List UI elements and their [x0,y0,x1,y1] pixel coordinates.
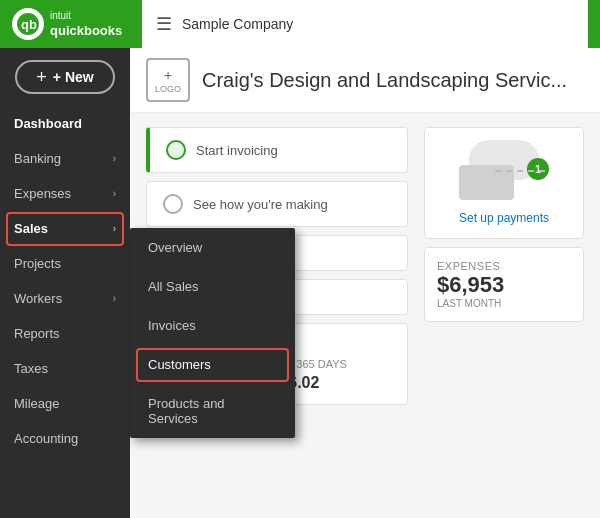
chevron-right-icon: › [113,153,116,164]
company-name-header: Sample Company [182,16,293,32]
company-logo-box[interactable]: + LOGO [146,58,190,102]
setup-step-making[interactable]: See how you're making [146,181,408,227]
logo-plus-icon: + [164,67,172,83]
qb-logo-text: intuit quickbooks [50,10,122,39]
sidebar-item-label: Mileage [14,396,60,411]
svg-text:qb: qb [21,17,37,32]
sidebar-item-label: Sales [14,221,48,236]
qb-logo-icon: qb [12,8,44,40]
chevron-right-icon: › [113,293,116,304]
top-bar-right: ☰ Sample Company [142,0,588,48]
logo-label: LOGO [155,84,181,94]
sidebar: + + New Dashboard Banking › Expenses › S… [0,48,130,518]
submenu-item-overview[interactable]: Overview [130,228,295,267]
setup-step-invoicing[interactable]: Start invoicing [146,127,408,173]
submenu-item-invoices[interactable]: Invoices [130,306,295,345]
new-button[interactable]: + + New [15,60,115,94]
submenu-item-customers[interactable]: Customers [130,345,295,384]
submenu-label: Overview [148,240,202,255]
sidebar-item-dashboard[interactable]: Dashboard [0,106,130,141]
expenses-widget: Expenses $6,953 LAST MONTH [424,247,584,322]
sidebar-item-reports[interactable]: Reports [0,316,130,351]
submenu-label: Customers [148,357,211,372]
sidebar-item-label: Accounting [14,431,78,446]
chevron-right-icon: › [113,223,116,234]
chevron-right-icon: › [113,188,116,199]
sidebar-item-projects[interactable]: Projects [0,246,130,281]
submenu-label: Invoices [148,318,196,333]
sidebar-item-label: Taxes [14,361,48,376]
main-layout: + + New Dashboard Banking › Expenses › S… [0,48,600,518]
new-button-plus-icon: + [36,67,47,88]
sidebar-item-taxes[interactable]: Taxes [0,351,130,386]
step-text: Start invoicing [196,143,278,158]
sidebar-item-label: Expenses [14,186,71,201]
sidebar-item-label: Dashboard [14,116,82,131]
submenu-item-all-sales[interactable]: All Sales [130,267,295,306]
quickbooks-logo: qb intuit quickbooks [12,8,142,40]
sidebar-item-label: Workers [14,291,62,306]
sidebar-item-label: Reports [14,326,60,341]
right-panel: 1 Set up payments Expenses $6,953 LAST M… [424,127,584,405]
sidebar-item-sales[interactable]: Sales › [0,211,130,246]
new-button-label: + New [53,69,94,85]
company-title: Craig's Design and Landscaping Servic... [202,69,567,92]
expenses-period: LAST MONTH [437,298,571,309]
hamburger-icon[interactable]: ☰ [156,13,172,35]
dashed-line-decoration [495,170,545,172]
expenses-label: Expenses [437,260,571,272]
sidebar-item-accounting[interactable]: Accounting [0,421,130,456]
badge-count: 1 [527,158,549,180]
sidebar-item-mileage[interactable]: Mileage [0,386,130,421]
setup-payments-link[interactable]: Set up payments [459,211,549,225]
sidebar-item-label: Projects [14,256,61,271]
sidebar-item-banking[interactable]: Banking › [0,141,130,176]
expenses-amount: $6,953 [437,272,571,298]
top-bar: qb intuit quickbooks ☰ Sample Company [0,0,600,48]
submenu-item-products[interactable]: Products and Services [130,384,295,438]
content-header: + LOGO Craig's Design and Landscaping Se… [130,48,600,113]
sales-submenu: Overview All Sales Invoices Customers Pr… [130,228,295,438]
submenu-label: All Sales [148,279,199,294]
step-circle-icon [166,140,186,160]
sidebar-item-expenses[interactable]: Expenses › [0,176,130,211]
sidebar-item-label: Banking [14,151,61,166]
step-text: See how you're making [193,197,328,212]
step-circle-icon [163,194,183,214]
sidebar-nav: Dashboard Banking › Expenses › Sales › P… [0,106,130,456]
payment-illustration: 1 [459,140,549,200]
submenu-label: Products and Services [148,396,225,426]
sidebar-item-workers[interactable]: Workers › [0,281,130,316]
payment-widget: 1 Set up payments [424,127,584,239]
